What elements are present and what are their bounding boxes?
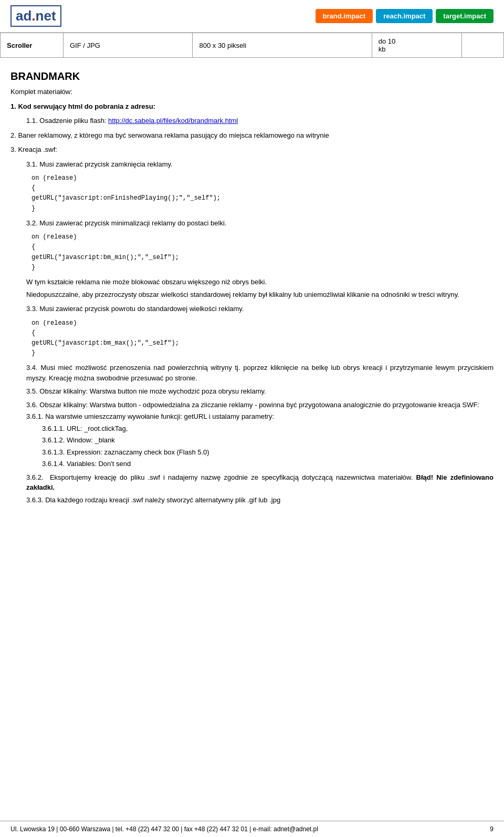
footer-page: 9 — [490, 825, 494, 833]
item3-6-1-2: 3.6.1.2. Window: _blank — [42, 435, 494, 446]
item1-1-link[interactable]: http://dc.sabela.pl/files/kod/brandmark.… — [108, 117, 238, 125]
logo-dot: . — [32, 8, 35, 24]
item3-6-3: 3.6.3. Dla każdego rodzaju kreacji .swf … — [26, 495, 494, 505]
pill-target[interactable]: target.impact — [436, 9, 494, 23]
item3-6: 3.6. Obszar klikalny: Warstwa button - o… — [26, 400, 494, 410]
spec-col3: 800 x 30 pikseli — [193, 33, 372, 58]
code3-l2: { — [32, 328, 494, 338]
logo: ad . net — [10, 5, 61, 27]
item1-label: 1. Kod serwujący html do pobrania z adre… — [10, 102, 155, 110]
code3-l3: getURL("javascript:bm_max();","_self"); — [32, 338, 494, 348]
item1-1: 1.1. Osadzenie pliku flash: http://dc.sa… — [26, 116, 494, 126]
spec-table: Scroller GIF / JPG 800 x 30 pikseli do 1… — [0, 33, 504, 58]
code1-l1: on (release) — [32, 173, 494, 183]
code2-l4: } — [32, 263, 494, 273]
code2-l2: { — [32, 242, 494, 252]
code3-l1: on (release) — [32, 318, 494, 328]
item3-6-1-1: 3.6.1.1. URL: _root.clickTag, — [42, 423, 494, 434]
logo-net: net — [36, 8, 56, 24]
komplet-label: Komplet materiałów: — [10, 87, 494, 97]
code1-l4: } — [32, 204, 494, 214]
item1: 1. Kod serwujący html do pobrania z adre… — [10, 101, 494, 112]
item3-1-label: 3.1. Musi zawierać przycisk zamknięcia r… — [26, 160, 173, 168]
section-title: BRANDMARK — [10, 70, 494, 82]
item3-1: 3.1. Musi zawierać przycisk zamknięcia r… — [26, 159, 494, 170]
code2-l3: getURL("javascript:bm_min();","_self"); — [32, 253, 494, 263]
item3-2-label: 3.2. Musi zawierać przycisk minimalizacj… — [26, 219, 226, 227]
footer-contact: Ul. Lwowska 19 | 00-660 Warszawa | tel. … — [10, 825, 318, 833]
code-block-1: on (release) { getURL("javascript:onFini… — [32, 173, 494, 214]
item2: 2. Baner reklamowy, z którego ma być ser… — [10, 130, 494, 141]
item3-6-1-4: 3.6.1.4. Variables: Don't send — [42, 459, 494, 469]
item3-6-1: 3.6.1. Na warstwie umieszczamy wywołanie… — [26, 411, 494, 422]
spec-col5 — [462, 33, 504, 58]
code1-l3: getURL("javascript:onFinishedPlaying();"… — [32, 193, 494, 203]
item3-6-2-text: 3.6.2. Eksportujemy kreację do pliku .sw… — [26, 473, 416, 481]
page-footer: Ul. Lwowska 19 | 00-660 Warszawa | tel. … — [0, 821, 504, 837]
item3-4: 3.4. Musi mieć możliwość przenoszenia na… — [26, 363, 494, 383]
item3-label: 3. Kreacja .swf: — [10, 146, 57, 153]
pill-reach[interactable]: reach.impact — [376, 9, 433, 23]
spec-col2: GIF / JPG — [64, 33, 193, 58]
pill-brand[interactable]: brand.impact — [316, 9, 373, 23]
code3-l4: } — [32, 348, 494, 358]
logo-ad: ad — [16, 8, 32, 24]
item1-1-text: 1.1. Osadzenie pliku flash: http://dc.sa… — [26, 117, 238, 125]
code-block-2: on (release) { getURL("javascript:bm_min… — [32, 232, 494, 273]
spec-col1: Scroller — [1, 33, 64, 58]
code1-l2: { — [32, 183, 494, 193]
nav-pills: brand.impact reach.impact target.impact — [316, 9, 494, 23]
item2-text: 2. Baner reklamowy, z którego ma być ser… — [10, 131, 329, 139]
item3-6-2: 3.6.2. Eksportujemy kreację do pliku .sw… — [26, 472, 494, 493]
spec-col4: do 10 kb — [372, 33, 461, 58]
warning1: W tym kształcie reklama nie może blokowa… — [26, 277, 494, 287]
item3-5: 3.5. Obszar klikalny: Warstwa button nie… — [26, 386, 494, 397]
page-header: ad . net brand.impact reach.impact targe… — [0, 0, 504, 33]
code2-l1: on (release) — [32, 232, 494, 242]
item3-3: 3.3. Musi zawierać przycisk powrotu do s… — [26, 304, 494, 314]
main-content: BRANDMARK Komplet materiałów: 1. Kod ser… — [0, 58, 504, 536]
item3: 3. Kreacja .swf: — [10, 144, 494, 155]
item3-6-1-3: 3.6.1.3. Expression: zaznaczamy check bo… — [42, 447, 494, 458]
code-block-3: on (release) { getURL("javascript:bm_max… — [32, 318, 494, 359]
warning2: Niedopuszczalne, aby przezroczysty obsza… — [26, 290, 494, 300]
item3-2: 3.2. Musi zawierać przycisk minimalizacj… — [26, 218, 494, 229]
